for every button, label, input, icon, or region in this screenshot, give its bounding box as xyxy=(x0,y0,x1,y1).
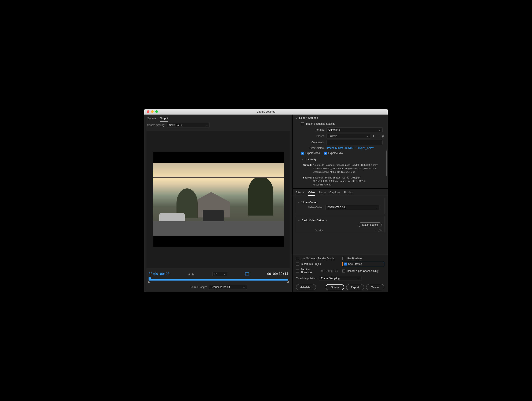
summary-header[interactable]: Summary xyxy=(293,156,388,162)
source-scaling-label: Source Scaling: xyxy=(147,124,165,127)
preset-select[interactable]: Custom xyxy=(327,134,370,138)
transport-bar: 00:00:00:00 ◢ ◣ Fit 00:00:12:14 Source R… xyxy=(144,270,292,292)
cancel-button[interactable]: Cancel xyxy=(366,284,384,290)
format-label: Format: xyxy=(301,128,324,131)
export-audio-checkbox[interactable] xyxy=(324,152,327,155)
basic-video-header[interactable]: Basic Video Settings xyxy=(296,218,385,222)
export-settings-header[interactable]: Export Settings xyxy=(293,115,388,121)
source-range-label: Source Range: xyxy=(190,286,207,289)
output-name-link[interactable]: iPhone Sunset - rec709 - 1080p24_1.mov xyxy=(327,147,385,149)
comments-label: Comments: xyxy=(301,141,324,144)
quality-value: 100 xyxy=(377,229,381,232)
save-preset-icon[interactable]: ⬇ xyxy=(372,135,375,138)
queue-button[interactable]: Queue xyxy=(326,284,344,290)
import-preset-icon[interactable]: ▭ xyxy=(377,135,380,138)
preview-area xyxy=(146,131,290,268)
export-button[interactable]: Export xyxy=(346,284,364,290)
in-handle[interactable] xyxy=(148,281,150,283)
timecode-out: 00:00:12:14 xyxy=(267,272,288,276)
zoom-select[interactable]: Fit xyxy=(212,272,227,276)
source-range-select[interactable]: Sequence In/Out xyxy=(209,285,247,289)
playhead[interactable] xyxy=(149,277,151,280)
export-settings-window: Export Settings Source Output Source Sca… xyxy=(144,109,388,292)
quality-label: Quality: xyxy=(315,229,323,232)
metadata-button[interactable]: Metadata... xyxy=(296,284,316,290)
tab-effects[interactable]: Effects xyxy=(296,191,304,196)
out-handle[interactable] xyxy=(287,281,289,283)
start-timecode-value[interactable]: 00:00:00:00 xyxy=(321,270,338,272)
tab-source[interactable]: Source xyxy=(147,117,156,122)
video-codec-header[interactable]: Video Codec xyxy=(296,200,385,204)
render-alpha-checkbox[interactable] xyxy=(342,270,345,272)
titlebar: Export Settings xyxy=(144,109,388,115)
time-interp-select[interactable]: Frame Sampling xyxy=(319,276,361,281)
minimize-button[interactable] xyxy=(151,110,154,113)
preview-image xyxy=(153,163,284,236)
summary-output: Output:/Users/...le Package/iPhone Sunse… xyxy=(293,162,388,188)
scrollbar[interactable] xyxy=(386,150,387,176)
import-project-checkbox[interactable] xyxy=(296,263,299,265)
match-source-button[interactable]: Match Source xyxy=(359,222,381,227)
timeline-scrubber[interactable] xyxy=(149,279,288,280)
tab-audio[interactable]: Audio xyxy=(319,191,326,196)
delete-preset-icon[interactable]: 🗑 xyxy=(382,135,385,138)
time-interp-label: Time Interpolation: xyxy=(296,277,317,280)
maximize-button[interactable] xyxy=(155,110,158,113)
match-sequence-label: Match Sequence Settings xyxy=(306,122,335,125)
bottom-options: Use Maximum Render Quality Use Previews … xyxy=(293,255,388,292)
use-proxies-checkbox[interactable] xyxy=(344,263,347,265)
tab-output[interactable]: Output xyxy=(160,117,168,122)
mark-out-button[interactable]: ◣ xyxy=(192,272,195,276)
settings-tabs: Effects Video Audio Captions Publish xyxy=(293,189,388,196)
preview-tabs: Source Output xyxy=(144,115,292,122)
window-controls xyxy=(144,110,158,113)
timecode-in[interactable]: 00:00:00:00 xyxy=(149,272,170,276)
settings-panel: Export Settings Match Sequence Settings … xyxy=(292,115,388,292)
video-codec-label: Video Codec: xyxy=(300,206,323,209)
video-settings-panel: Video Codec Video Codec: DV25 NTSC 24p B… xyxy=(293,196,388,255)
export-video-checkbox[interactable] xyxy=(301,152,304,155)
mark-in-button[interactable]: ◢ xyxy=(188,272,190,276)
preview-panel: Source Output Source Scaling: Scale To F… xyxy=(144,115,292,292)
window-title: Export Settings xyxy=(144,110,388,113)
safe-margins-button[interactable] xyxy=(245,272,249,275)
preview-frame xyxy=(153,152,284,247)
use-previews-checkbox[interactable] xyxy=(342,257,345,260)
max-render-checkbox[interactable] xyxy=(296,257,299,260)
output-name-label: Output Name: xyxy=(301,147,324,149)
source-scaling-select[interactable]: Scale To Fit xyxy=(167,123,209,128)
tab-captions[interactable]: Captions xyxy=(329,191,340,196)
video-codec-select[interactable]: DV25 NTSC 24p xyxy=(325,205,380,210)
format-select[interactable]: QuickTime xyxy=(327,128,383,132)
use-proxies-highlight: Use Proxies xyxy=(342,262,385,266)
match-sequence-checkbox[interactable] xyxy=(301,122,304,125)
start-timecode-checkbox[interactable] xyxy=(296,270,299,272)
close-button[interactable] xyxy=(147,110,149,113)
tab-video[interactable]: Video xyxy=(308,191,315,196)
tab-publish[interactable]: Publish xyxy=(344,191,353,196)
preset-label: Preset: xyxy=(301,135,324,138)
comments-input[interactable] xyxy=(327,140,383,145)
